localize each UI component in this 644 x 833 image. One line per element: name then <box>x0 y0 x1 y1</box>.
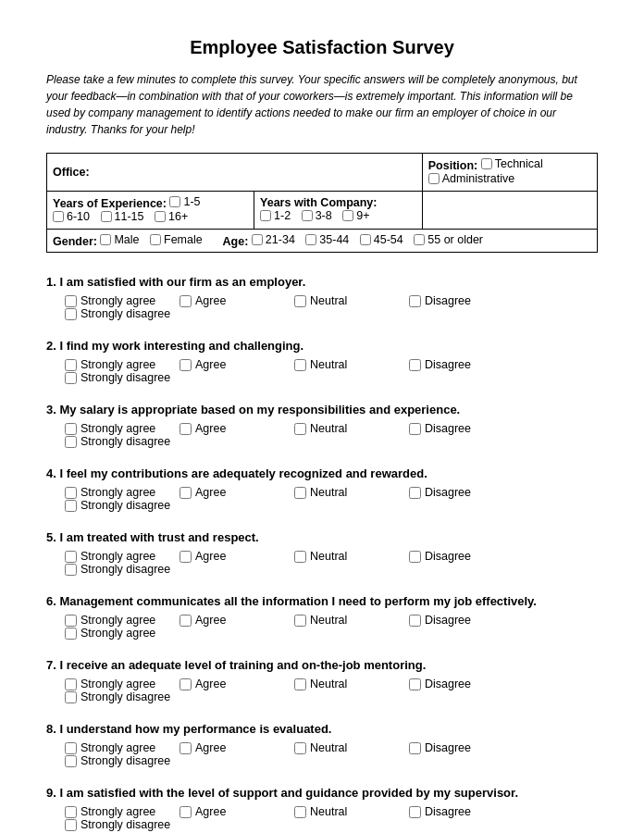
question-3-option-3[interactable]: Neutral <box>294 422 405 435</box>
question-3-option-1[interactable]: Strongly agree <box>65 422 176 435</box>
question-8-option-3-checkbox[interactable] <box>294 742 306 754</box>
question-4-option-2-checkbox[interactable] <box>180 487 192 499</box>
question-6-option-1[interactable]: Strongly agree <box>65 614 176 627</box>
question-4-option-3[interactable]: Neutral <box>294 486 405 499</box>
question-9-option-3-checkbox[interactable] <box>294 806 306 818</box>
question-6-option-1-checkbox[interactable] <box>65 615 77 627</box>
question-4-option-5[interactable]: Strongly disagree <box>65 499 176 512</box>
question-8-option-1-checkbox[interactable] <box>65 742 77 754</box>
years-company-3-8[interactable]: 3-8 <box>302 209 332 222</box>
question-1-option-5[interactable]: Strongly disagree <box>65 307 176 320</box>
question-1-option-4[interactable]: Disagree <box>409 294 520 307</box>
question-6-option-3[interactable]: Neutral <box>294 614 405 627</box>
question-6-option-4-checkbox[interactable] <box>409 615 421 627</box>
question-7-option-3[interactable]: Neutral <box>294 678 405 690</box>
question-6-option-5[interactable]: Strongly agree <box>65 627 176 640</box>
question-2-option-5-checkbox[interactable] <box>65 372 77 384</box>
years-exp-11-15[interactable]: 11-15 <box>101 210 144 223</box>
question-6-option-2-checkbox[interactable] <box>180 615 192 627</box>
question-2-option-5[interactable]: Strongly disagree <box>65 371 176 384</box>
question-4-option-3-checkbox[interactable] <box>294 487 306 499</box>
question-5-option-4-checkbox[interactable] <box>409 551 421 563</box>
question-7-option-2[interactable]: Agree <box>180 678 291 690</box>
question-7-option-4-checkbox[interactable] <box>409 678 421 690</box>
question-7-option-2-checkbox[interactable] <box>180 678 192 690</box>
question-9-option-4[interactable]: Disagree <box>409 805 520 818</box>
years-exp-16plus[interactable]: 16+ <box>155 210 188 223</box>
question-2-option-2[interactable]: Agree <box>180 358 291 371</box>
gender-female[interactable]: Female <box>150 233 203 246</box>
question-5-option-3[interactable]: Neutral <box>294 550 405 563</box>
question-8-option-4[interactable]: Disagree <box>409 741 520 754</box>
age-45-54[interactable]: 45-54 <box>360 233 403 246</box>
question-4-option-4[interactable]: Disagree <box>409 486 520 499</box>
question-1-option-4-checkbox[interactable] <box>409 295 421 307</box>
question-6-option-4[interactable]: Disagree <box>409 614 520 627</box>
question-8-option-2[interactable]: Agree <box>180 741 291 754</box>
question-3-option-5[interactable]: Strongly disagree <box>65 435 176 448</box>
question-3-option-5-checkbox[interactable] <box>65 436 77 448</box>
question-8-option-3[interactable]: Neutral <box>294 741 405 754</box>
question-2-option-2-checkbox[interactable] <box>180 359 192 371</box>
question-3-option-4-checkbox[interactable] <box>409 423 421 435</box>
question-8-option-5[interactable]: Strongly disagree <box>65 754 176 767</box>
question-9-option-2-checkbox[interactable] <box>180 806 192 818</box>
question-1-option-1[interactable]: Strongly agree <box>65 294 176 307</box>
question-4-option-1[interactable]: Strongly agree <box>65 486 176 499</box>
question-1-option-1-checkbox[interactable] <box>65 295 77 307</box>
question-5-option-4[interactable]: Disagree <box>409 550 520 563</box>
question-9-option-1-checkbox[interactable] <box>65 806 77 818</box>
question-2-option-4-checkbox[interactable] <box>409 359 421 371</box>
question-2-option-3[interactable]: Neutral <box>294 358 405 371</box>
age-21-34[interactable]: 21-34 <box>252 233 295 246</box>
position-administrative[interactable]: Administrative <box>428 172 515 185</box>
question-9-option-5[interactable]: Strongly disagree <box>65 818 176 831</box>
question-7-option-1[interactable]: Strongly agree <box>65 678 176 690</box>
position-technical[interactable]: Technical <box>481 157 543 170</box>
question-5-option-5-checkbox[interactable] <box>65 564 77 576</box>
question-2-option-1[interactable]: Strongly agree <box>65 358 176 371</box>
question-9-option-1[interactable]: Strongly agree <box>65 805 176 818</box>
question-3-option-2-checkbox[interactable] <box>180 423 192 435</box>
question-2-option-1-checkbox[interactable] <box>65 359 77 371</box>
question-5-option-5[interactable]: Strongly disagree <box>65 563 176 576</box>
question-4-option-4-checkbox[interactable] <box>409 487 421 499</box>
question-7-option-1-checkbox[interactable] <box>65 678 77 690</box>
question-9-option-2[interactable]: Agree <box>180 805 291 818</box>
years-exp-6-10[interactable]: 6-10 <box>53 210 90 223</box>
question-1-option-2[interactable]: Agree <box>180 294 291 307</box>
question-2-option-4[interactable]: Disagree <box>409 358 520 371</box>
question-3-option-2[interactable]: Agree <box>180 422 291 435</box>
position-technical-checkbox[interactable] <box>481 158 492 169</box>
question-3-option-4[interactable]: Disagree <box>409 422 520 435</box>
question-1-option-5-checkbox[interactable] <box>65 308 77 320</box>
question-5-option-1-checkbox[interactable] <box>65 551 77 563</box>
question-1-option-3[interactable]: Neutral <box>294 294 405 307</box>
age-35-44[interactable]: 35-44 <box>305 233 349 246</box>
question-5-option-1[interactable]: Strongly agree <box>65 550 176 563</box>
question-7-option-5-checkbox[interactable] <box>65 691 77 703</box>
question-2-option-3-checkbox[interactable] <box>294 359 306 371</box>
question-3-option-1-checkbox[interactable] <box>65 423 77 435</box>
question-1-option-3-checkbox[interactable] <box>294 295 306 307</box>
question-7-option-5[interactable]: Strongly disagree <box>65 690 176 703</box>
question-9-option-5-checkbox[interactable] <box>65 819 77 831</box>
question-4-option-2[interactable]: Agree <box>180 486 291 499</box>
question-5-option-3-checkbox[interactable] <box>294 551 306 563</box>
question-6-option-2[interactable]: Agree <box>180 614 291 627</box>
question-3-option-3-checkbox[interactable] <box>294 423 306 435</box>
gender-male[interactable]: Male <box>100 233 139 246</box>
age-55-older[interactable]: 55 or older <box>414 233 483 246</box>
question-8-option-1[interactable]: Strongly agree <box>65 741 176 754</box>
years-exp-1-5[interactable]: 1-5 <box>169 195 200 208</box>
question-7-option-3-checkbox[interactable] <box>294 678 306 690</box>
question-6-option-3-checkbox[interactable] <box>294 615 306 627</box>
question-6-option-5-checkbox[interactable] <box>65 628 77 640</box>
question-4-option-5-checkbox[interactable] <box>65 500 77 512</box>
question-7-option-4[interactable]: Disagree <box>409 678 520 690</box>
question-8-option-5-checkbox[interactable] <box>65 755 77 767</box>
question-8-option-4-checkbox[interactable] <box>409 742 421 754</box>
question-9-option-4-checkbox[interactable] <box>409 806 421 818</box>
question-9-option-3[interactable]: Neutral <box>294 805 405 818</box>
question-4-option-1-checkbox[interactable] <box>65 487 77 499</box>
